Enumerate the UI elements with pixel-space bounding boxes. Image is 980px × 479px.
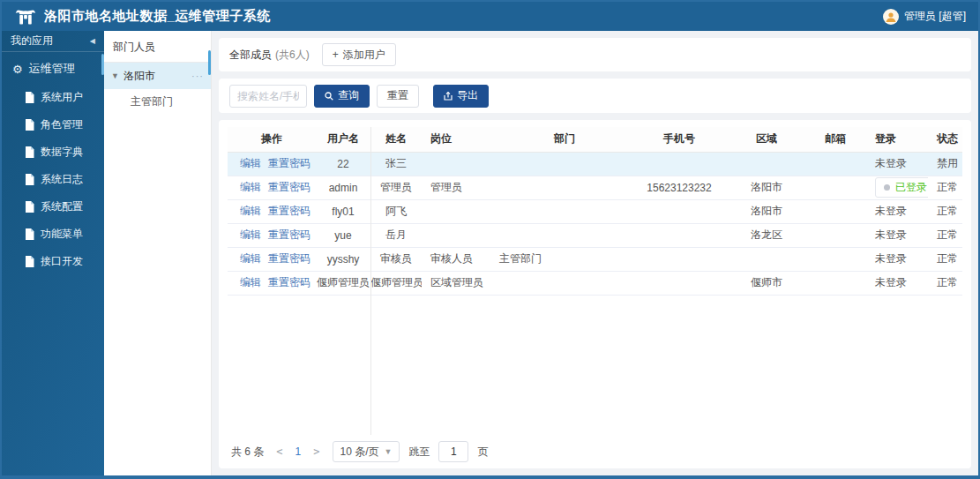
users-table-wrap: 操作用户名姓名岗位部门手机号区域邮箱登录状态 编辑重置密码删除22张三未登录禁用… (228, 127, 962, 435)
sidebar-item-label: 系统日志 (41, 172, 83, 187)
cell-name: 管理员 (370, 176, 422, 199)
status-dot-icon (884, 184, 890, 191)
caret-down-icon[interactable]: ▼ (111, 71, 119, 80)
sidebar-item[interactable]: 角色管理 (2, 111, 104, 138)
sidebar-group-ops[interactable]: ⚙ 运维管理 (2, 52, 104, 84)
user-menu[interactable]: 管理员 [超管] (883, 9, 966, 25)
prev-page-button[interactable]: < (273, 445, 286, 458)
cell-email (804, 247, 866, 271)
cell-region: 洛阳市 (729, 199, 804, 223)
file-icon (25, 119, 34, 131)
cell-phone (630, 247, 729, 271)
sidebar-item-label: 接口开发 (41, 254, 83, 269)
tree-scrollbar-thumb[interactable] (208, 50, 211, 75)
sidebar-item-label: 系统用户 (41, 90, 83, 105)
ellipsis-icon[interactable]: ··· (191, 71, 204, 81)
tree-node-child[interactable]: 主管部门 (104, 89, 211, 114)
sidebar-item[interactable]: 接口开发 (2, 248, 104, 275)
cell-actions: 编辑重置密码删除 (228, 199, 316, 223)
cell-username: yue (316, 223, 370, 247)
members-label: 全部成员 (229, 48, 272, 63)
cell-dept (490, 199, 630, 223)
add-user-button[interactable]: + 添加用户 (322, 43, 396, 66)
edit-link[interactable]: 编辑 (240, 204, 261, 219)
cell-post: 区域管理员 (422, 271, 490, 295)
table-row: 编辑重置密码删除yue岳月洛龙区未登录正常 (228, 223, 962, 247)
user-label: 管理员 [超管] (904, 9, 966, 24)
cell-email (804, 199, 866, 223)
next-page-button[interactable]: > (310, 445, 323, 458)
search-card: 查询 重置 导出 (219, 79, 971, 113)
page-size-select[interactable]: 10 条/页 ▼ (333, 441, 400, 462)
sidebar-item[interactable]: 功能菜单 (2, 221, 104, 248)
search-input[interactable] (229, 85, 307, 108)
tree-child-label: 主管部门 (131, 94, 173, 109)
cell-name: 张三 (370, 152, 422, 176)
column-header: 岗位 (422, 127, 490, 152)
users-table-card: 操作用户名姓名岗位部门手机号区域邮箱登录状态 编辑重置密码删除22张三未登录禁用… (219, 120, 971, 468)
cell-status: 禁用 (928, 152, 962, 176)
column-header: 操作 (228, 127, 316, 152)
jump-suffix: 页 (477, 445, 488, 460)
cell-name: 偃师管理员 (370, 271, 422, 295)
reset-password-link[interactable]: 重置密码 (268, 251, 310, 266)
cell-login: 已登录 (866, 176, 928, 199)
logged-in-text: 已登录 (895, 180, 927, 195)
sidebar-item[interactable]: 系统日志 (2, 166, 104, 193)
current-page-button[interactable]: 1 (295, 445, 302, 458)
sidebar-item-label: 功能菜单 (41, 227, 83, 242)
column-header: 部门 (490, 127, 630, 152)
file-icon (25, 228, 34, 240)
edit-link[interactable]: 编辑 (240, 251, 261, 266)
file-icon (25, 146, 34, 158)
cell-dept: 主管部门 (490, 247, 630, 271)
cell-username: 22 (316, 152, 370, 176)
left-caret-icon[interactable]: ◀ (90, 37, 95, 45)
cell-phone (630, 223, 729, 247)
reset-password-link[interactable]: 重置密码 (268, 275, 310, 290)
reset-button[interactable]: 重置 (377, 85, 419, 108)
cell-post: 审核人员 (422, 247, 490, 271)
cell-username: 偃师管理员 (316, 271, 370, 295)
query-button[interactable]: 查询 (314, 85, 370, 108)
edit-link[interactable]: 编辑 (240, 180, 261, 195)
top-bar: 洛阳市地名地址数据_运维管理子系统 管理员 [超管] (2, 2, 978, 31)
sidebar-item[interactable]: 系统配置 (2, 193, 104, 221)
cell-status: 正常 (928, 247, 962, 271)
department-panel-title: 部门人员 (104, 31, 211, 63)
cell-phone (630, 199, 729, 223)
gate-logo-icon (14, 7, 37, 26)
edit-link[interactable]: 编辑 (240, 156, 261, 171)
reset-password-link[interactable]: 重置密码 (268, 204, 310, 219)
sidebar-item[interactable]: 系统用户 (2, 84, 104, 111)
sidebar-item[interactable]: 数据字典 (2, 138, 104, 166)
users-table: 操作用户名姓名岗位部门手机号区域邮箱登录状态 编辑重置密码删除22张三未登录禁用… (228, 127, 962, 296)
cell-name: 审核员 (370, 247, 422, 271)
export-icon (444, 92, 453, 101)
edit-link[interactable]: 编辑 (240, 228, 261, 243)
export-button[interactable]: 导出 (433, 85, 489, 108)
cell-status: 正常 (928, 176, 962, 199)
chevron-down-icon: ▼ (385, 447, 393, 456)
reset-password-link[interactable]: 重置密码 (268, 228, 310, 243)
column-header: 区域 (729, 127, 804, 152)
reset-password-link[interactable]: 重置密码 (268, 180, 310, 195)
edit-link[interactable]: 编辑 (240, 275, 261, 290)
plus-icon: + (333, 49, 339, 61)
table-row: 编辑重置密码删除fly01阿飞洛阳市未登录正常 (228, 199, 962, 223)
sidebar-header-my-apps[interactable]: 我的应用 ◀ (2, 31, 104, 52)
cell-actions: 编辑重置密码删除 (228, 271, 316, 295)
reset-password-link[interactable]: 重置密码 (268, 156, 310, 171)
cell-name: 阿飞 (370, 199, 422, 223)
cell-dept (490, 152, 630, 176)
table-row: 编辑重置密码删除admin管理员管理员15623123232洛阳市已登录正常 (228, 176, 962, 199)
cell-login: 未登录 (866, 199, 928, 223)
cell-email (804, 152, 866, 176)
tree-node-root[interactable]: ▼ 洛阳市 ··· (104, 63, 211, 89)
file-icon (25, 174, 34, 185)
main-content: 全部成员 (共6人) + 添加用户 查询 重置 (212, 31, 978, 475)
page-size-value: 10 条/页 (340, 445, 379, 460)
cell-status: 正常 (928, 223, 962, 247)
jump-page-input[interactable] (438, 441, 468, 462)
table-row: 编辑重置密码删除yysshy审核员审核人员主管部门未登录正常 (228, 247, 962, 271)
